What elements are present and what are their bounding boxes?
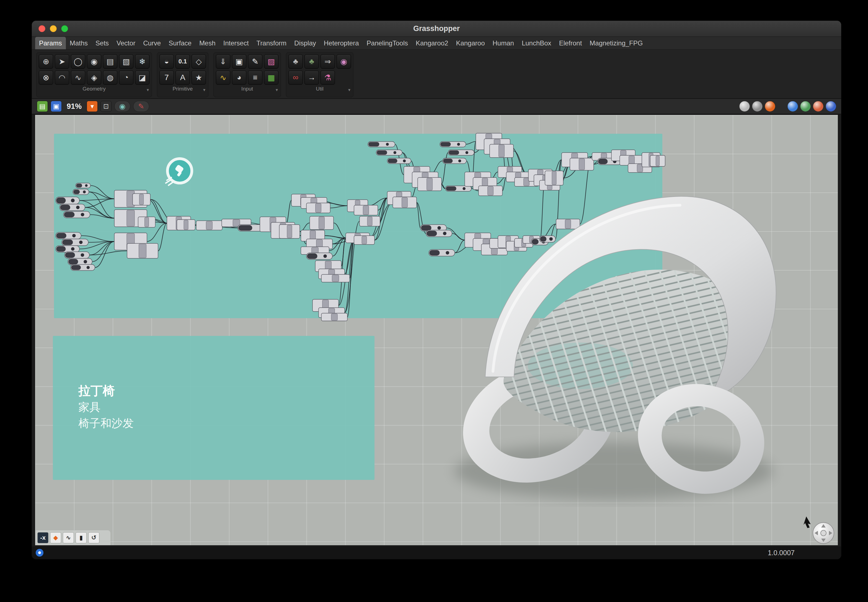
component-node[interactable] — [354, 205, 378, 215]
minimize-window-icon[interactable] — [50, 25, 57, 32]
curve-param-icon[interactable]: ∿ — [71, 70, 85, 85]
menu-tab-human[interactable]: Human — [489, 37, 518, 49]
text-param-icon[interactable]: A — [175, 70, 190, 85]
path-param-icon[interactable]: ★ — [192, 70, 206, 85]
number-slider-node[interactable] — [62, 239, 88, 246]
component-node[interactable] — [133, 194, 150, 205]
number-slider-node[interactable] — [307, 253, 333, 260]
field-param-icon[interactable]: ◈ — [87, 70, 101, 85]
component-node[interactable] — [570, 158, 594, 170]
mesh-param-icon[interactable]: ◍ — [103, 70, 117, 85]
vector-param-icon[interactable]: ➤ — [55, 54, 69, 69]
component-node[interactable] — [321, 275, 350, 282]
jump-icon[interactable]: → — [304, 70, 319, 85]
colour-swatch-icon[interactable]: ▦ — [264, 70, 278, 85]
point-cloud-icon[interactable]: ❄ — [135, 54, 149, 69]
component-node[interactable] — [138, 217, 155, 227]
component-node[interactable] — [354, 236, 374, 244]
component-node[interactable] — [360, 216, 380, 226]
menu-tab-panelingtools[interactable]: PanelingTools — [363, 37, 412, 49]
zoom-dropdown[interactable]: ▾ — [87, 101, 98, 112]
number-slider-node[interactable] — [75, 183, 90, 188]
component-node[interactable] — [196, 221, 222, 230]
group-expand-icon[interactable]: ▾ — [348, 87, 350, 92]
wire-display-widget-icon[interactable]: ∿ — [63, 532, 74, 543]
circle-param-icon[interactable]: ◉ — [87, 54, 101, 69]
component-node[interactable] — [307, 203, 330, 213]
scribble-icon[interactable]: ✎ — [248, 54, 262, 69]
menu-tab-kangaroo2[interactable]: Kangaroo2 — [412, 37, 452, 49]
no-preview-icon[interactable] — [752, 101, 762, 112]
menu-tab-kangaroo[interactable]: Kangaroo — [452, 37, 489, 49]
component-node[interactable] — [127, 243, 158, 258]
panel-widget-icon[interactable]: ▮ — [75, 532, 87, 543]
number-slider-node[interactable] — [56, 246, 80, 252]
component-node[interactable] — [310, 216, 334, 230]
number-slider-node[interactable] — [448, 150, 474, 155]
menu-tab-sets[interactable]: Sets — [92, 37, 113, 49]
menu-tab-surface[interactable]: Surface — [165, 37, 195, 49]
status-lock-icon[interactable] — [36, 549, 43, 557]
number-param-icon[interactable]: 0.1 — [175, 54, 190, 69]
relay-icon[interactable]: ⇒ — [321, 54, 335, 69]
menu-tab-display[interactable]: Display — [290, 37, 320, 49]
boolean-param-icon[interactable]: ◒ — [159, 54, 174, 69]
value-list-icon[interactable]: ≡ — [248, 70, 262, 85]
cluster-icon[interactable]: ◉ — [337, 54, 351, 69]
shaded-preview-icon[interactable] — [765, 101, 775, 112]
number-slider-node[interactable] — [387, 158, 411, 164]
menu-tab-magnetizing_fpg[interactable]: Magnetizing_FPG — [586, 37, 647, 49]
component-node[interactable] — [490, 144, 514, 158]
knob-icon[interactable]: ◕ — [232, 70, 246, 85]
orange-ball-icon[interactable] — [813, 101, 824, 112]
menu-tab-transform[interactable]: Transform — [253, 37, 290, 49]
number-slider-node[interactable] — [56, 232, 81, 239]
new-document-icon[interactable]: ▤ — [37, 101, 48, 112]
component-node[interactable] — [393, 197, 417, 208]
box-param-icon[interactable]: ▧ — [119, 54, 133, 69]
number-slider-node[interactable] — [443, 158, 466, 164]
component-node[interactable] — [418, 178, 442, 191]
domain-param-icon[interactable]: ◇ — [192, 54, 206, 69]
grasshopper-canvas[interactable]: 拉丁椅 家具 椅子和沙发 — [35, 115, 838, 545]
preview-eye-icon[interactable]: ◉ — [114, 101, 130, 112]
panel-icon[interactable]: ▣ — [232, 54, 246, 69]
number-slider-node[interactable] — [376, 150, 402, 155]
menu-tab-heteroptera[interactable]: Heteroptera — [320, 37, 363, 49]
group-expand-icon[interactable]: ▾ — [147, 87, 149, 92]
profiler-widget-icon[interactable]: -x — [37, 532, 48, 543]
number-slider-node[interactable] — [63, 211, 90, 218]
import-icon[interactable]: ⇓ — [216, 54, 230, 69]
number-slider-node[interactable] — [60, 204, 85, 211]
sub-d-param-icon[interactable]: ◔ — [119, 70, 133, 85]
history-widget-icon[interactable]: ↺ — [88, 532, 100, 543]
menu-tab-lunchbox[interactable]: LunchBox — [518, 37, 555, 49]
number-slider-node[interactable] — [440, 141, 466, 147]
green-ball-icon[interactable] — [800, 101, 811, 112]
flask-icon[interactable]: ⚗ — [321, 70, 335, 85]
view-trackball[interactable] — [801, 513, 838, 545]
number-slider-node[interactable] — [64, 252, 89, 258]
plug-badge-icon[interactable] — [163, 157, 194, 187]
surface-param-icon[interactable]: ▤ — [103, 54, 117, 69]
compass-widget-icon[interactable]: ◆ — [50, 532, 61, 543]
component-node[interactable] — [321, 313, 347, 321]
menu-tab-mesh[interactable]: Mesh — [195, 37, 219, 49]
zoom-window-icon[interactable] — [61, 25, 68, 32]
group-expand-icon[interactable]: ▾ — [276, 87, 278, 92]
arc-param-icon[interactable]: ◠ — [55, 70, 69, 85]
integer-param-icon[interactable]: 7 — [159, 70, 174, 85]
blue-ball-icon[interactable] — [787, 101, 798, 112]
navy-ball-icon[interactable] — [826, 101, 836, 112]
graph-mapper-icon[interactable]: ∿ — [216, 70, 230, 85]
number-slider-node[interactable] — [56, 197, 80, 204]
gradient-icon[interactable]: ▨ — [264, 54, 278, 69]
geometry-param-icon[interactable]: ⊕ — [39, 54, 53, 69]
component-node[interactable] — [650, 155, 665, 166]
number-slider-node[interactable] — [368, 141, 395, 147]
tree-small-icon[interactable]: ♣ — [288, 54, 303, 69]
cherry-picker-icon[interactable]: ∞ — [288, 70, 303, 85]
number-slider-node[interactable] — [68, 258, 92, 265]
brep-param-icon[interactable]: ◪ — [135, 70, 149, 85]
close-window-icon[interactable] — [38, 25, 45, 32]
